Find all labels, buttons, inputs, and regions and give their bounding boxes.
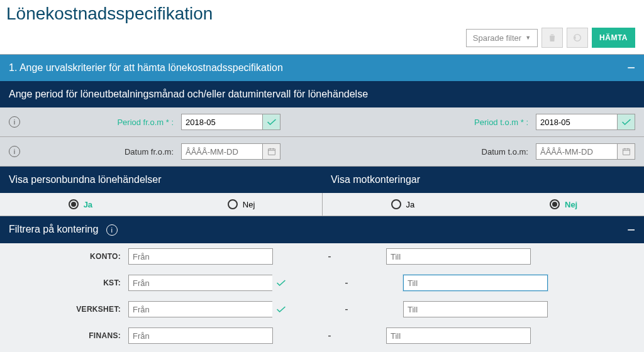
period-from-label: Period fr.o.m * :	[24, 118, 181, 127]
reset-filter-button[interactable]	[567, 28, 588, 48]
check-icon	[263, 114, 280, 130]
reset-icon	[572, 33, 582, 43]
toolbar: Sparade filter ▼ HÄMTA	[0, 25, 644, 54]
filter-row-finans: FINANS: -	[0, 322, 644, 349]
collapse-icon[interactable]: −	[627, 64, 635, 72]
konto-till-input[interactable]	[386, 248, 531, 265]
check-icon	[618, 114, 635, 130]
period-row: i Period fr.o.m * : Period t.o.m * :	[0, 107, 644, 137]
radio-unselected-icon	[391, 199, 401, 209]
date-to-label: Datum t.o.m:	[454, 147, 536, 157]
svg-rect-2	[623, 149, 630, 155]
svg-rect-1	[268, 149, 275, 155]
radio-label-nej: Nej	[243, 200, 255, 209]
page-title: Lönekostnadsspecifikation	[0, 0, 644, 25]
kst-label: KST:	[9, 278, 128, 287]
kst-from-input[interactable]	[128, 275, 273, 291]
filter-row-kst: KST: -	[0, 270, 644, 296]
range-dash: -	[273, 251, 386, 262]
period-to-label: Period t.o.m * :	[454, 118, 536, 127]
konto-from-input[interactable]	[128, 248, 273, 265]
period-to-input[interactable]	[536, 114, 618, 130]
visa-personbundna-ja[interactable]: Ja	[0, 193, 161, 216]
info-icon[interactable]: i	[9, 116, 20, 128]
section-1-title: 1. Ange urvalskriterier för att hämta lö…	[9, 62, 283, 74]
date-to-input[interactable]	[536, 143, 618, 160]
radio-label-nej: Nej	[565, 200, 577, 209]
filter-row-verkshet: VERKSHET: -	[0, 296, 644, 322]
visa-radio-row: Ja Nej Ja Nej	[0, 193, 644, 216]
radio-selected-icon	[550, 199, 560, 209]
trash-icon	[547, 33, 557, 43]
calendar-icon[interactable]	[263, 143, 280, 160]
date-from-label: Datum fr.o.m:	[24, 147, 181, 157]
range-dash: -	[273, 330, 386, 341]
kst-till-input[interactable]	[403, 275, 548, 291]
check-icon	[272, 275, 290, 291]
calendar-icon[interactable]	[618, 143, 635, 160]
visa-motkonteringar-title: Visa motkonteringar	[322, 167, 644, 193]
saved-filter-label: Sparade filter	[473, 33, 521, 43]
caret-down-icon: ▼	[525, 35, 531, 41]
filter-row-arbetsomrade: ARBETSOMRÅDE: -	[0, 349, 644, 352]
visa-motkonteringar-ja[interactable]: Ja	[323, 193, 484, 216]
radio-label-ja: Ja	[84, 200, 92, 209]
period-subheader-title: Ange period för löneutbetalningsmånad oc…	[9, 89, 368, 100]
radio-selected-icon	[69, 199, 79, 209]
check-icon	[272, 301, 290, 317]
verkshet-label: VERKSHET:	[9, 305, 128, 314]
date-row: i Datum fr.o.m: Datum t.o.m:	[0, 137, 644, 167]
range-dash: -	[290, 304, 403, 315]
finans-till-input[interactable]	[386, 327, 531, 344]
range-dash: -	[290, 277, 403, 289]
visa-header-row: Visa personbundna lönehändelser Visa mot…	[0, 167, 644, 193]
delete-filter-button[interactable]	[541, 28, 563, 48]
finans-label: FINANS:	[9, 331, 128, 340]
fetch-button[interactable]: HÄMTA	[592, 28, 635, 48]
finans-from-input[interactable]	[128, 327, 273, 344]
filter-row-konto: KONTO: -	[0, 243, 644, 270]
konto-label: KONTO:	[9, 252, 128, 261]
collapse-icon[interactable]: −	[627, 226, 635, 234]
visa-personbundna-nej[interactable]: Nej	[161, 193, 322, 216]
info-icon[interactable]: i	[106, 224, 118, 236]
verkshet-from-input[interactable]	[128, 301, 273, 317]
info-icon[interactable]: i	[9, 146, 20, 157]
period-from-input[interactable]	[181, 114, 263, 130]
saved-filter-dropdown[interactable]: Sparade filter ▼	[466, 29, 538, 47]
radio-unselected-icon	[228, 199, 238, 209]
radio-label-ja: Ja	[406, 200, 415, 209]
visa-personbundna-title: Visa personbundna lönehändelser	[0, 167, 322, 193]
filter-subheader[interactable]: Filtrera på kontering i −	[0, 216, 644, 243]
period-subheader: Ange period för löneutbetalningsmånad oc…	[0, 81, 644, 107]
section-1-header[interactable]: 1. Ange urvalskriterier för att hämta lö…	[0, 54, 644, 81]
filter-subheader-title: Filtrera på kontering	[9, 224, 98, 234]
verkshet-till-input[interactable]	[403, 301, 548, 317]
visa-motkonteringar-nej[interactable]: Nej	[483, 193, 644, 216]
date-from-input[interactable]	[181, 143, 263, 160]
